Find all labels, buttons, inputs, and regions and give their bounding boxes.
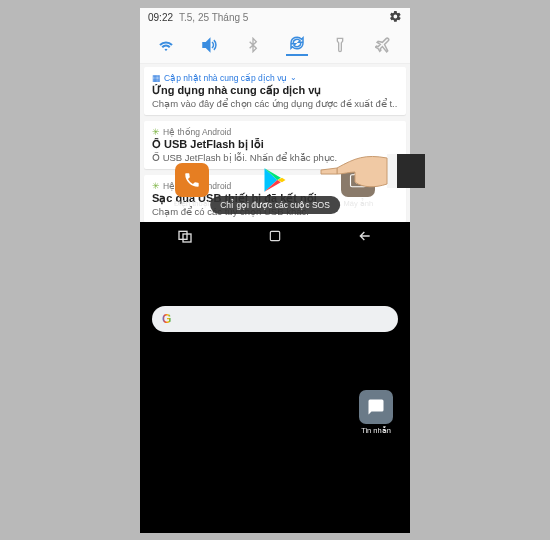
toast-message: Chỉ gọi được các cuộc SOS — [210, 196, 340, 214]
status-time: 09:22 — [148, 12, 173, 23]
app-label: Máy ảnh — [344, 199, 374, 208]
svg-rect-3 — [270, 231, 279, 240]
google-search-bar[interactable]: G — [152, 306, 398, 332]
google-logo-icon: G — [162, 312, 171, 326]
status-date: T.5, 25 Tháng 5 — [179, 12, 248, 23]
recents-button[interactable] — [176, 227, 194, 245]
notification-source: ✳ Hệ thống Android — [152, 127, 398, 137]
rotate-icon[interactable] — [286, 34, 308, 56]
wifi-icon[interactable] — [155, 34, 177, 56]
app-badge-icon: ▦ — [152, 73, 161, 83]
notification-title: Ổ USB JetFlash bị lỗi — [152, 138, 398, 151]
quick-settings-row — [140, 28, 410, 64]
sound-icon[interactable] — [198, 34, 220, 56]
svg-point-0 — [355, 177, 361, 183]
bluetooth-icon[interactable] — [242, 34, 264, 56]
notification-body: Ổ USB JetFlash bị lỗi. Nhấn để khắc phục… — [152, 152, 398, 163]
app-shortcut-phone[interactable]: Điện thoại — [168, 163, 216, 208]
airplane-icon[interactable] — [373, 34, 395, 56]
status-bar: 09:22 T.5, 25 Tháng 5 — [140, 8, 410, 28]
app-label: Tin nhắn — [361, 426, 391, 435]
notification-card[interactable]: ▦ Cập nhật nhà cung cấp dịch vụ ⌄ Ứng dụ… — [144, 67, 406, 115]
notification-source: ▦ Cập nhật nhà cung cấp dịch vụ ⌄ — [152, 73, 398, 83]
app-label: Điện thoại — [174, 199, 209, 208]
settings-icon[interactable] — [389, 14, 402, 25]
back-button[interactable] — [356, 227, 374, 245]
flashlight-icon[interactable] — [329, 34, 351, 56]
navigation-bar — [140, 222, 410, 250]
phone-frame: 09:22 T.5, 25 Tháng 5 ▦ Cập nhật nhà cun… — [140, 8, 410, 533]
notification-title: Ứng dụng nhà cung cấp dịch vụ — [152, 84, 398, 97]
chevron-down-icon: ⌄ — [290, 73, 297, 82]
notification-body: Chạm vào đây để chọn các ứng dụng được đ… — [152, 98, 398, 109]
notification-card[interactable]: ✳ Hệ thống Android Ổ USB JetFlash bị lỗi… — [144, 121, 406, 169]
app-shortcut-messages[interactable]: Tin nhắn — [352, 390, 400, 435]
android-icon: ✳ — [152, 127, 160, 137]
app-shortcut-camera[interactable]: Máy ảnh — [334, 163, 382, 208]
home-button[interactable] — [266, 227, 284, 245]
